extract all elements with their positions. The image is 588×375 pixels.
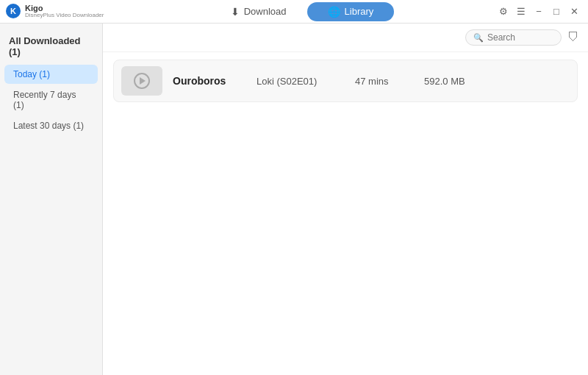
title-bar: K Kigo DisneyPlus Video Downloader ⬇ Dow… bbox=[0, 0, 588, 24]
play-triangle-icon bbox=[140, 77, 146, 85]
tab-library-label: Library bbox=[345, 6, 374, 17]
sidebar-item-recent7[interactable]: Recently 7 days (1) bbox=[4, 85, 98, 115]
sidebar-header: All Downloaded (1) bbox=[0, 32, 102, 63]
play-circle-icon bbox=[134, 73, 150, 89]
video-episode: Loki (S02E01) bbox=[257, 76, 345, 87]
settings-button[interactable]: ⚙ bbox=[495, 4, 512, 20]
video-list: Ouroboros Loki (S02E01) 47 mins 592.0 MB bbox=[103, 52, 588, 375]
filter-icon[interactable]: ⛉ bbox=[567, 31, 579, 44]
tab-bar: ⬇ Download 🌐 Library bbox=[109, 2, 495, 21]
close-button[interactable]: ✕ bbox=[566, 4, 582, 20]
video-size: 592.0 MB bbox=[424, 76, 465, 87]
minimize-button[interactable]: − bbox=[531, 4, 547, 20]
video-thumbnail[interactable] bbox=[121, 66, 162, 96]
search-input[interactable] bbox=[487, 32, 553, 43]
window-controls: ⚙ ☰ − □ ✕ bbox=[495, 4, 582, 20]
video-title: Ouroboros bbox=[173, 75, 246, 87]
content-area: 🔍 ⛉ Ouroboros Loki (S02E01) 47 mins 592.… bbox=[103, 24, 588, 375]
app-branding: K Kigo DisneyPlus Video Downloader bbox=[6, 4, 109, 19]
sidebar-item-today[interactable]: Today (1) bbox=[4, 65, 98, 84]
table-row: Ouroboros Loki (S02E01) 47 mins 592.0 MB bbox=[113, 60, 578, 102]
maximize-button[interactable]: □ bbox=[548, 4, 564, 20]
search-box[interactable]: 🔍 bbox=[465, 29, 562, 46]
tab-download[interactable]: ⬇ Download bbox=[210, 2, 307, 21]
main-area: All Downloaded (1) Today (1) Recently 7 … bbox=[0, 24, 588, 375]
sidebar: All Downloaded (1) Today (1) Recently 7 … bbox=[0, 24, 103, 375]
tab-library[interactable]: 🌐 Library bbox=[307, 2, 395, 21]
sidebar-item-recent30[interactable]: Latest 30 days (1) bbox=[4, 116, 98, 135]
tab-download-label: Download bbox=[244, 6, 287, 17]
app-icon: K bbox=[6, 4, 21, 18]
search-icon: 🔍 bbox=[473, 33, 484, 43]
download-tab-icon: ⬇ bbox=[231, 6, 240, 18]
app-subtitle: DisneyPlus Video Downloader bbox=[25, 12, 104, 19]
content-header: 🔍 ⛉ bbox=[103, 24, 588, 52]
video-duration: 47 mins bbox=[355, 76, 414, 87]
menu-button[interactable]: ☰ bbox=[513, 4, 529, 20]
svg-text:K: K bbox=[10, 7, 16, 15]
library-tab-icon: 🌐 bbox=[328, 6, 340, 18]
